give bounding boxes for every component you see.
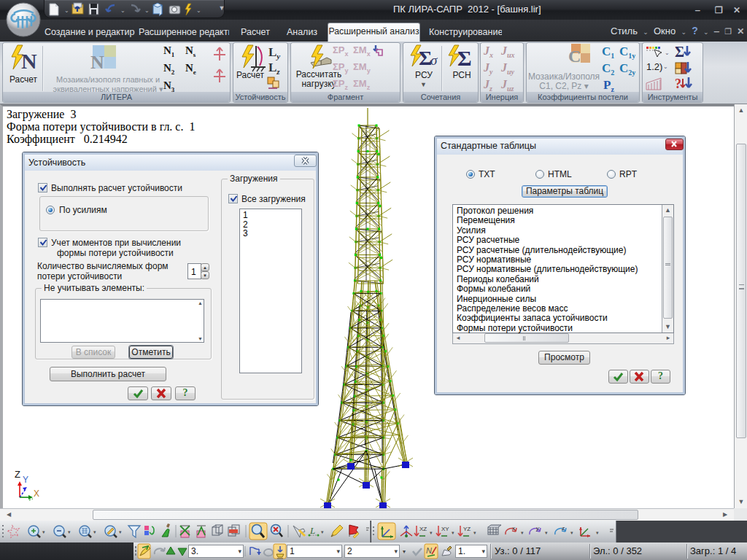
svg-text:▾: ▾ xyxy=(452,530,454,535)
svg-text:N: N xyxy=(90,52,104,72)
svg-text:Σ: Σ xyxy=(675,44,684,60)
svg-text:L: L xyxy=(309,525,315,536)
svg-text:▾: ▾ xyxy=(42,529,45,534)
svg-text:⌄: ⌄ xyxy=(665,50,670,56)
svg-text:YZ: YZ xyxy=(463,526,471,532)
svg-text:▾: ▾ xyxy=(119,529,122,534)
svg-text:?: ? xyxy=(675,77,681,91)
svg-text:Σ: Σ xyxy=(457,46,472,69)
svg-text:X: X xyxy=(34,489,39,499)
svg-text:C: C xyxy=(568,47,581,66)
svg-text:σ: σ xyxy=(430,52,438,68)
svg-text:z: z xyxy=(561,525,565,532)
svg-text:▾: ▾ xyxy=(473,530,476,535)
svg-text:⌄: ⌄ xyxy=(120,7,125,14)
svg-text:N: N xyxy=(426,546,432,555)
svg-text:▾: ▾ xyxy=(521,530,524,535)
svg-text:▾: ▾ xyxy=(430,530,433,535)
svg-text:⌄: ⌄ xyxy=(144,7,150,14)
svg-text:▾: ▾ xyxy=(545,530,548,535)
svg-text:▾: ▾ xyxy=(321,529,324,534)
svg-text:XY: XY xyxy=(441,526,449,532)
svg-text:⌄: ⌄ xyxy=(196,7,201,14)
svg-text:▾: ▾ xyxy=(68,529,71,534)
svg-text:Z: Z xyxy=(15,469,20,480)
svg-text:XZ: XZ xyxy=(419,526,427,532)
svg-text:N: N xyxy=(21,49,37,72)
svg-text:▾: ▾ xyxy=(93,529,96,534)
svg-text:▾: ▾ xyxy=(570,530,573,535)
svg-text:⌄: ⌄ xyxy=(64,7,69,14)
svg-text:▾: ▾ xyxy=(596,530,599,535)
svg-text:Y: Y xyxy=(23,475,28,485)
